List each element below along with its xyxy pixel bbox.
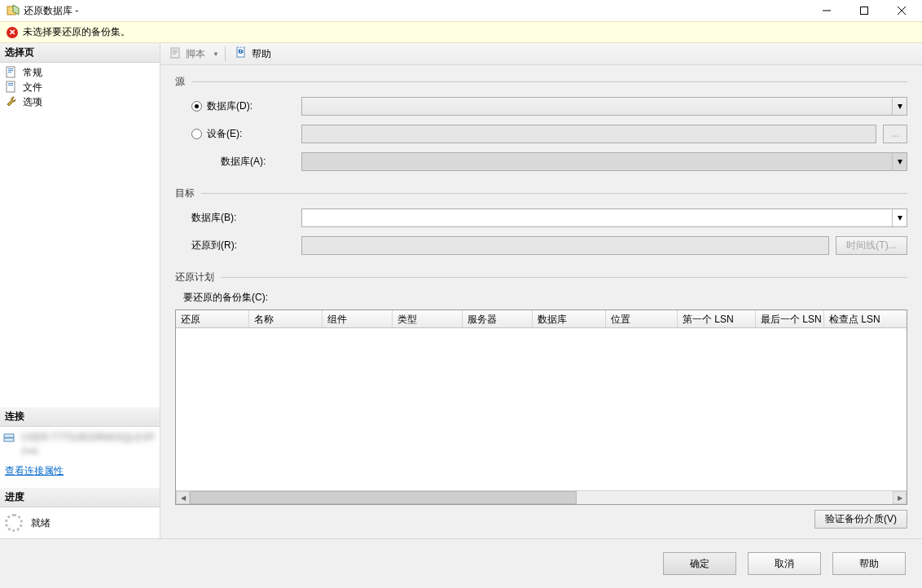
toolbar: 脚本 ▼ ? 帮助 — [160, 43, 922, 65]
wrench-icon — [5, 95, 18, 108]
col-checkpoint-lsn[interactable]: 检查点 LSN — [824, 310, 907, 327]
scroll-track[interactable] — [190, 491, 893, 504]
ok-label: 确定 — [690, 557, 709, 571]
grid-horizontal-scrollbar[interactable]: ◀ ▶ — [176, 490, 907, 504]
backup-sets-grid[interactable]: 还原 名称 组件 类型 服务器 数据库 位置 第一个 LSN 最后一个 LSN … — [175, 309, 907, 505]
svg-rect-6 — [8, 68, 13, 69]
title-bar: 还原数据库 - — [0, 0, 922, 21]
target-db-label: 数据库(B): — [191, 211, 236, 225]
svg-rect-12 — [4, 434, 14, 437]
group-target: 目标 数据库(B): ▾ 还原到(R): 时间线(T)... — [175, 186, 907, 262]
radio-database-label: 数据库(D): — [207, 99, 252, 113]
warning-text: 未选择要还原的备份集。 — [23, 25, 130, 39]
view-connection-props-link[interactable]: 查看连接属性 — [0, 461, 160, 488]
warning-bar: ✕ 未选择要还原的备份集。 — [0, 21, 922, 43]
restore-to-field — [301, 236, 829, 255]
script-label: 脚本 — [186, 47, 205, 61]
nav-files[interactable]: 文件 — [0, 80, 160, 94]
connection-server: USER-T7T5J9O0RM\SQLEXP — [21, 432, 155, 443]
window-title: 还原数据库 - — [24, 4, 78, 18]
progress-body: 就绪 — [0, 507, 160, 538]
scroll-left-icon[interactable]: ◀ — [176, 491, 190, 504]
svg-rect-14 — [171, 48, 179, 58]
toolbar-separator — [225, 46, 226, 61]
connection-body: USER-T7T5J9O0RM\SQLEXP (sa) — [0, 427, 160, 461]
radio-database[interactable] — [191, 101, 202, 112]
spinner-icon — [5, 514, 23, 532]
dialog-footer: 确定 取消 帮助 — [0, 539, 922, 588]
app-icon — [7, 4, 20, 17]
device-path-field — [301, 125, 876, 143]
svg-rect-2 — [861, 7, 868, 15]
progress-status: 就绪 — [31, 516, 50, 530]
target-legend: 目标 — [175, 186, 195, 200]
source-sub-db-combo: ▾ — [301, 152, 907, 171]
svg-rect-7 — [8, 70, 13, 71]
col-restore[interactable]: 还原 — [176, 310, 249, 327]
svg-rect-11 — [8, 85, 13, 86]
group-source: 源 数据库(D): ▾ 设备(E): — [175, 75, 907, 178]
chevron-down-icon: ▾ — [892, 209, 907, 226]
script-button[interactable]: 脚本 — [165, 45, 209, 63]
svg-rect-10 — [8, 83, 13, 84]
target-database-combo[interactable]: ▾ — [301, 208, 907, 227]
svg-text:?: ? — [238, 46, 244, 55]
plan-legend: 还原计划 — [175, 270, 214, 284]
chevron-down-icon: ▾ — [892, 98, 907, 115]
chevron-down-icon: ▾ — [892, 153, 907, 170]
col-last-lsn[interactable]: 最后一个 LSN — [756, 310, 824, 327]
nav-files-label: 文件 — [23, 81, 42, 94]
ellipsis-icon: ... — [891, 128, 899, 139]
col-first-lsn[interactable]: 第一个 LSN — [678, 310, 756, 327]
svg-rect-8 — [8, 72, 11, 72]
col-database[interactable]: 数据库 — [533, 310, 606, 327]
close-button[interactable] — [883, 0, 920, 21]
help-label: 帮助 — [252, 47, 271, 61]
source-legend: 源 — [175, 75, 185, 89]
source-database-combo[interactable]: ▾ — [301, 97, 907, 116]
timeline-button-label: 时间线(T)... — [846, 239, 896, 252]
radio-device[interactable] — [191, 129, 202, 139]
verify-media-label: 验证备份介质(V) — [825, 512, 897, 526]
source-sub-db-label: 数据库(A): — [221, 155, 266, 169]
select-page-header: 选择页 — [0, 43, 160, 63]
nav-options-label: 选项 — [23, 95, 42, 109]
help-button[interactable]: ? 帮助 — [231, 45, 275, 63]
col-name[interactable]: 名称 — [249, 310, 323, 327]
right-panel: 脚本 ▼ ? 帮助 源 数据库(D): ▾ — [160, 43, 922, 538]
nav-options[interactable]: 选项 — [0, 94, 160, 109]
cancel-label: 取消 — [775, 557, 794, 571]
col-component[interactable]: 组件 — [323, 310, 393, 327]
browse-device-button[interactable]: ... — [883, 125, 907, 143]
connection-user: (sa) — [3, 445, 156, 456]
server-icon — [3, 432, 16, 445]
scroll-thumb[interactable] — [190, 491, 577, 504]
group-plan: 还原计划 要还原的备份集(C): 还原 名称 组件 类型 服务器 数据库 位置 … — [175, 270, 907, 529]
grid-body — [176, 328, 907, 490]
ok-button[interactable]: 确定 — [663, 552, 736, 575]
restore-to-label: 还原到(R): — [191, 239, 237, 252]
error-icon: ✕ — [7, 27, 18, 38]
radio-device-label: 设备(E): — [207, 127, 242, 141]
col-position[interactable]: 位置 — [606, 310, 678, 327]
footer-help-label: 帮助 — [859, 557, 879, 571]
col-server[interactable]: 服务器 — [463, 310, 533, 327]
footer-help-button[interactable]: 帮助 — [832, 552, 906, 575]
timeline-button[interactable]: 时间线(T)... — [836, 236, 907, 255]
nav-general-label: 常规 — [23, 66, 42, 80]
nav-general[interactable]: 常规 — [0, 65, 160, 80]
connection-header: 连接 — [0, 407, 160, 427]
minimize-button[interactable] — [808, 0, 845, 21]
col-type[interactable]: 类型 — [393, 310, 463, 327]
script-dropdown-icon[interactable]: ▼ — [213, 50, 219, 58]
verify-media-button[interactable]: 验证备份介质(V) — [814, 510, 907, 529]
backup-sets-label: 要还原的备份集(C): — [175, 291, 907, 305]
left-panel: 选择页 常规 文件 选项 连接 USER-T7T5J9O0RM\SQLEXP (… — [0, 43, 160, 538]
scroll-right-icon[interactable]: ▶ — [893, 491, 907, 504]
maximize-button[interactable] — [845, 0, 883, 21]
page-icon — [5, 81, 18, 94]
page-nav: 常规 文件 选项 — [0, 63, 160, 112]
script-icon — [169, 46, 182, 62]
page-icon — [5, 66, 18, 79]
cancel-button[interactable]: 取消 — [748, 552, 821, 575]
